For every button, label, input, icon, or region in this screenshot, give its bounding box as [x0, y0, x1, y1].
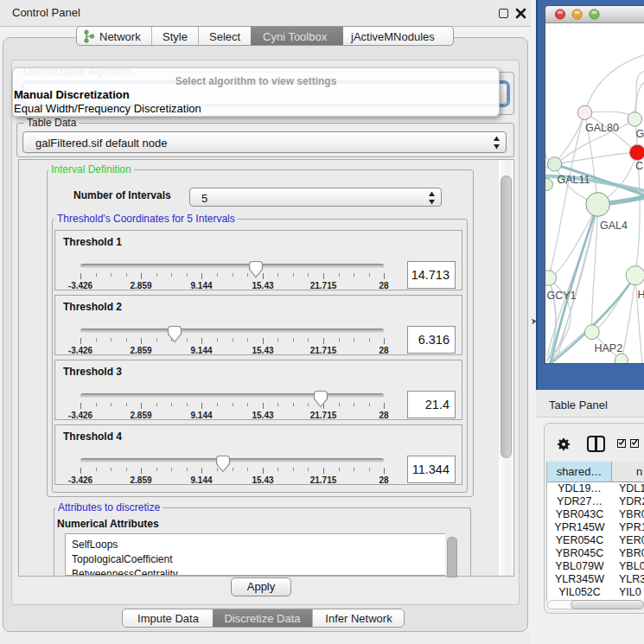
- svg-text:GAL80: GAL80: [585, 122, 619, 134]
- svg-text:G: G: [636, 128, 644, 140]
- svg-text:HAP2: HAP2: [595, 342, 623, 354]
- svg-text:GAL11: GAL11: [558, 174, 590, 186]
- svg-text:C: C: [635, 160, 643, 172]
- svg-text:GCY1: GCY1: [547, 290, 577, 302]
- svg-text:GAL4: GAL4: [600, 220, 628, 232]
- svg-text:H: H: [638, 289, 644, 301]
